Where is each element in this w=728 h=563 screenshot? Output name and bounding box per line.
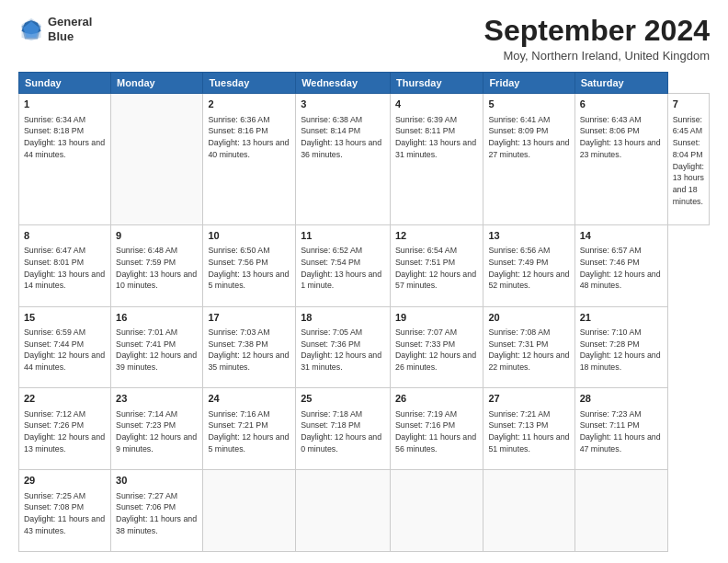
day-number: 8 [24, 229, 106, 243]
calendar-table: SundayMondayTuesdayWednesdayThursdayFrid… [18, 72, 710, 552]
table-row: 1Sunrise: 6:34 AMSunset: 8:18 PMDaylight… [19, 94, 111, 225]
table-row: 15Sunrise: 6:59 AMSunset: 7:44 PMDayligh… [19, 306, 111, 388]
day-number: 9 [116, 229, 198, 243]
logo-icon [18, 17, 44, 42]
logo-text: General Blue [48, 15, 92, 43]
day-info: Sunrise: 7:21 AMSunset: 7:13 PMDaylight:… [488, 409, 569, 454]
day-info: Sunrise: 6:54 AMSunset: 7:51 PMDaylight:… [395, 246, 476, 290]
day-number: 16 [116, 311, 198, 325]
day-of-week-header: Thursday [391, 73, 483, 94]
day-info: Sunrise: 6:52 AMSunset: 7:54 PMDaylight:… [301, 246, 381, 290]
calendar-week-row: 22Sunrise: 7:12 AMSunset: 7:26 PMDayligh… [19, 388, 710, 470]
day-info: Sunrise: 6:56 AMSunset: 7:49 PMDaylight:… [488, 246, 569, 290]
day-info: Sunrise: 6:39 AMSunset: 8:11 PMDaylight:… [395, 115, 476, 159]
table-row: 16Sunrise: 7:01 AMSunset: 7:41 PMDayligh… [111, 306, 203, 388]
location: Moy, Northern Ireland, United Kingdom [484, 49, 710, 63]
day-info: Sunrise: 6:48 AMSunset: 7:59 PMDaylight:… [116, 246, 197, 290]
day-number: 4 [395, 98, 478, 111]
table-row: 11Sunrise: 6:52 AMSunset: 7:54 PMDayligh… [296, 224, 391, 306]
day-number: 26 [395, 392, 478, 406]
day-number: 30 [116, 474, 198, 488]
day-number: 14 [580, 229, 663, 243]
day-info: Sunrise: 6:59 AMSunset: 7:44 PMDaylight:… [24, 327, 105, 372]
day-info: Sunrise: 6:47 AMSunset: 8:01 PMDaylight:… [24, 246, 105, 290]
day-info: Sunrise: 7:25 AMSunset: 7:08 PMDaylight:… [24, 491, 105, 535]
calendar-header-row: SundayMondayTuesdayWednesdayThursdayFrid… [19, 73, 710, 94]
day-number: 23 [116, 392, 198, 406]
day-info: Sunrise: 7:01 AMSunset: 7:41 PMDaylight:… [116, 327, 197, 372]
table-row: 5Sunrise: 6:41 AMSunset: 8:09 PMDaylight… [483, 94, 574, 225]
day-number: 25 [301, 392, 385, 406]
table-row: 9Sunrise: 6:48 AMSunset: 7:59 PMDaylight… [111, 224, 203, 306]
day-number: 11 [301, 229, 385, 243]
table-row: 7Sunrise: 6:45 AMSunset: 8:04 PMDaylight… [667, 94, 709, 225]
page: General Blue September 2024 Moy, Norther… [0, 0, 728, 563]
day-info: Sunrise: 7:19 AMSunset: 7:16 PMDaylight:… [395, 409, 476, 454]
table-row: 17Sunrise: 7:03 AMSunset: 7:38 PMDayligh… [203, 306, 296, 388]
day-info: Sunrise: 6:34 AMSunset: 8:18 PMDaylight:… [24, 115, 105, 159]
table-row: 22Sunrise: 7:12 AMSunset: 7:26 PMDayligh… [19, 388, 111, 470]
table-row: 29Sunrise: 7:25 AMSunset: 7:08 PMDayligh… [19, 470, 111, 552]
header: General Blue September 2024 Moy, Norther… [18, 15, 710, 63]
day-number: 6 [580, 98, 663, 111]
day-info: Sunrise: 6:50 AMSunset: 7:56 PMDaylight:… [208, 246, 289, 290]
day-number: 15 [24, 311, 106, 325]
day-info: Sunrise: 7:18 AMSunset: 7:18 PMDaylight:… [301, 409, 381, 454]
day-info: Sunrise: 7:14 AMSunset: 7:23 PMDaylight:… [116, 409, 197, 454]
table-row: 19Sunrise: 7:07 AMSunset: 7:33 PMDayligh… [391, 306, 483, 388]
table-row: 20Sunrise: 7:08 AMSunset: 7:31 PMDayligh… [483, 306, 574, 388]
day-info: Sunrise: 7:16 AMSunset: 7:21 PMDaylight:… [208, 409, 289, 454]
logo: General Blue [18, 15, 92, 43]
day-of-week-header: Sunday [19, 73, 111, 94]
day-info: Sunrise: 6:45 AMSunset: 8:04 PMDaylight:… [673, 115, 704, 206]
table-row [391, 470, 483, 552]
day-of-week-header: Friday [483, 73, 574, 94]
table-row: 27Sunrise: 7:21 AMSunset: 7:13 PMDayligh… [483, 388, 574, 470]
day-info: Sunrise: 7:23 AMSunset: 7:11 PMDaylight:… [580, 409, 661, 454]
day-info: Sunrise: 7:27 AMSunset: 7:06 PMDaylight:… [116, 491, 197, 535]
day-number: 21 [580, 311, 663, 325]
day-number: 5 [488, 98, 569, 111]
day-info: Sunrise: 7:03 AMSunset: 7:38 PMDaylight:… [208, 327, 289, 372]
day-info: Sunrise: 7:08 AMSunset: 7:31 PMDaylight:… [488, 327, 569, 372]
table-row: 8Sunrise: 6:47 AMSunset: 8:01 PMDaylight… [19, 224, 111, 306]
day-number: 20 [488, 311, 569, 325]
table-row: 26Sunrise: 7:19 AMSunset: 7:16 PMDayligh… [391, 388, 483, 470]
day-number: 18 [301, 311, 385, 325]
table-row [296, 470, 391, 552]
table-row: 2Sunrise: 6:36 AMSunset: 8:16 PMDaylight… [203, 94, 296, 225]
month-title: September 2024 [484, 15, 710, 47]
table-row: 6Sunrise: 6:43 AMSunset: 8:06 PMDaylight… [574, 94, 667, 225]
day-number: 2 [208, 98, 290, 111]
table-row: 4Sunrise: 6:39 AMSunset: 8:11 PMDaylight… [391, 94, 483, 225]
calendar-week-row: 1Sunrise: 6:34 AMSunset: 8:18 PMDaylight… [19, 94, 710, 225]
day-info: Sunrise: 6:57 AMSunset: 7:46 PMDaylight:… [580, 246, 661, 290]
day-number: 12 [395, 229, 478, 243]
day-of-week-header: Saturday [574, 73, 667, 94]
day-info: Sunrise: 6:43 AMSunset: 8:06 PMDaylight:… [580, 115, 661, 159]
day-number: 10 [208, 229, 290, 243]
day-number: 28 [580, 392, 663, 406]
day-info: Sunrise: 6:41 AMSunset: 8:09 PMDaylight:… [488, 115, 569, 159]
day-number: 29 [24, 474, 106, 488]
day-number: 3 [301, 98, 385, 111]
day-number: 7 [673, 98, 704, 111]
table-row: 21Sunrise: 7:10 AMSunset: 7:28 PMDayligh… [574, 306, 667, 388]
day-info: Sunrise: 7:12 AMSunset: 7:26 PMDaylight:… [24, 409, 105, 454]
table-row [574, 470, 667, 552]
day-info: Sunrise: 6:36 AMSunset: 8:16 PMDaylight:… [208, 115, 289, 159]
table-row: 23Sunrise: 7:14 AMSunset: 7:23 PMDayligh… [111, 388, 203, 470]
day-number: 13 [488, 229, 569, 243]
table-row: 13Sunrise: 6:56 AMSunset: 7:49 PMDayligh… [483, 224, 574, 306]
table-row: 10Sunrise: 6:50 AMSunset: 7:56 PMDayligh… [203, 224, 296, 306]
day-of-week-header: Monday [111, 73, 203, 94]
day-number: 27 [488, 392, 569, 406]
day-info: Sunrise: 6:38 AMSunset: 8:14 PMDaylight:… [301, 115, 381, 159]
day-number: 19 [395, 311, 478, 325]
calendar-week-row: 8Sunrise: 6:47 AMSunset: 8:01 PMDaylight… [19, 224, 710, 306]
day-number: 22 [24, 392, 106, 406]
table-row [203, 470, 296, 552]
table-row: 25Sunrise: 7:18 AMSunset: 7:18 PMDayligh… [296, 388, 391, 470]
table-row [111, 94, 203, 225]
day-number: 1 [24, 98, 106, 111]
